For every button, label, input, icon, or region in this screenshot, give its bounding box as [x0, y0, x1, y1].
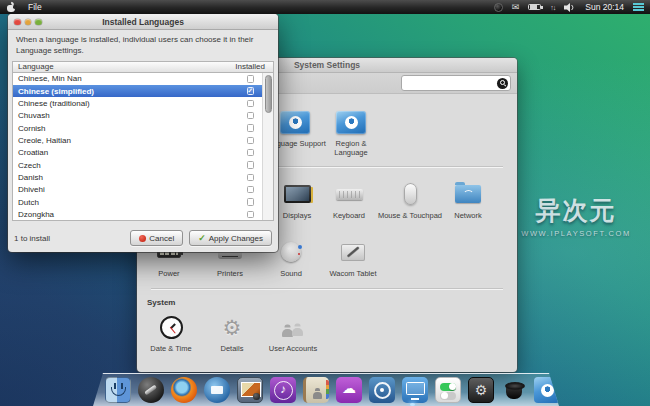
battery-icon[interactable] [528, 4, 541, 11]
settings-item-user-accounts[interactable]: User Accounts [260, 313, 326, 353]
installed-checkbox[interactable] [247, 112, 255, 120]
installed-checkbox[interactable] [247, 149, 255, 157]
close-icon[interactable] [14, 19, 21, 26]
cancel-button[interactable]: Cancel [130, 230, 183, 246]
language-list[interactable]: Chinese, Min NanChinese (simplified)✓Chi… [12, 73, 274, 221]
language-row[interactable]: Danish [13, 171, 273, 183]
minimize-icon[interactable] [25, 19, 32, 26]
installed-checkbox[interactable] [247, 75, 255, 83]
table-header: Language Installed [12, 61, 274, 73]
dock-item-toggles-app[interactable] [435, 377, 461, 403]
search-icon[interactable] [497, 78, 508, 89]
network-icon [455, 185, 481, 203]
dock [93, 373, 559, 406]
installed-checkbox[interactable] [247, 124, 255, 132]
dialog-titlebar[interactable]: Installed Languages [8, 14, 278, 30]
dock-item-language-support[interactable] [534, 377, 560, 403]
cancel-icon [139, 235, 146, 242]
language-name: Cornish [18, 124, 46, 133]
settings-item-region-language[interactable]: Region & Language [318, 108, 384, 158]
search-input[interactable] [401, 75, 511, 91]
dock-item-finder[interactable] [105, 377, 131, 403]
dock-item-packages-app[interactable] [369, 377, 395, 403]
mouse-icon [404, 183, 417, 205]
language-name: Danish [18, 173, 43, 182]
mail-icon[interactable]: ✉ [512, 3, 520, 12]
zoom-icon[interactable] [35, 19, 42, 26]
language-name: Dhivehi [18, 185, 45, 194]
sound-icon [281, 242, 301, 262]
installed-checkbox[interactable] [247, 174, 255, 182]
language-name: Chinese (simplified) [18, 87, 94, 96]
keyboard-icon [336, 189, 363, 200]
settings-window-title: System Settings [294, 60, 360, 70]
volume-icon[interactable] [564, 3, 576, 12]
installed-checkbox[interactable] [247, 161, 255, 169]
dock-item-system-utility[interactable] [468, 377, 494, 403]
installed-checkbox[interactable] [247, 137, 255, 145]
region-language-icon [336, 111, 366, 134]
language-name: Croatian [18, 148, 48, 157]
installed-checkbox[interactable] [247, 211, 255, 219]
dock-item-photos[interactable] [237, 377, 263, 403]
language-name: Chinese, Min Nan [18, 74, 82, 83]
dock-item-contacts[interactable] [303, 377, 329, 403]
language-name: Czech [18, 161, 41, 170]
dock-item-trash[interactable] [501, 377, 527, 403]
language-row[interactable]: Dzongkha [13, 208, 273, 220]
dialog-footer: 1 to install Cancel ✓ Apply Changes [8, 224, 278, 252]
wacom-tablet-icon [341, 244, 365, 261]
language-row[interactable]: Chinese (simplified)✓ [13, 85, 273, 97]
menu-bar: File ✉ ↑↓ Sun 20:14 [0, 0, 650, 14]
status-circle-icon[interactable] [494, 3, 503, 12]
watermark-title: 异次元 [512, 194, 640, 227]
installed-checkbox[interactable] [247, 100, 255, 108]
dock-item-music[interactable] [270, 377, 296, 403]
language-row[interactable]: Dutch [13, 196, 273, 208]
installed-checkbox[interactable]: ✓ [247, 87, 255, 95]
dock-item-firefox[interactable] [171, 377, 197, 403]
clock-icon [160, 316, 183, 339]
language-row[interactable]: Czech [13, 159, 273, 171]
menu-file[interactable]: File [28, 2, 42, 12]
apply-check-icon: ✓ [198, 234, 206, 243]
dock-item-thunderbird[interactable] [204, 377, 230, 403]
language-row[interactable]: Croatian [13, 147, 273, 159]
users-icon [280, 317, 306, 337]
settings-item-mouse-touchpad[interactable]: Mouse & Touchpad [377, 180, 443, 220]
language-row[interactable]: Cornish [13, 122, 273, 134]
window-controls [14, 19, 42, 26]
install-status: 1 to install [14, 234, 50, 243]
installed-checkbox[interactable] [247, 198, 255, 206]
language-row[interactable]: Creole, Haitian [13, 134, 273, 146]
system-section-header: System [147, 298, 175, 307]
language-row[interactable]: Dhivehi [13, 184, 273, 196]
settings-item-network[interactable]: Network [435, 180, 501, 220]
dock-item-rocket-app[interactable] [138, 377, 164, 403]
settings-item-date-time[interactable]: Date & Time [138, 313, 204, 353]
language-row[interactable]: Chuvash [13, 110, 273, 122]
dock-item-displays-app[interactable] [402, 377, 428, 403]
language-row[interactable]: Chinese, Min Nan [13, 73, 273, 85]
scrollbar-thumb[interactable] [265, 75, 272, 113]
menu-clock[interactable]: Sun 20:14 [585, 2, 624, 12]
column-language: Language [18, 62, 54, 71]
settings-item-keyboard[interactable]: Keyboard [316, 180, 382, 220]
installed-checkbox[interactable] [247, 186, 255, 194]
settings-item-wacom-tablet[interactable]: Wacom Tablet [320, 238, 386, 278]
displays-icon [284, 185, 311, 203]
watermark: 异次元 WWW.IPLAYSOFT.COM [512, 194, 640, 238]
apple-menu-icon[interactable] [6, 2, 16, 12]
settings-item-details[interactable]: Details [199, 313, 265, 353]
session-menu-icon[interactable] [633, 3, 644, 11]
scrollbar[interactable] [262, 73, 273, 220]
watermark-url: WWW.IPLAYSOFT.COM [512, 229, 640, 238]
language-row[interactable]: Chinese (traditional) [13, 97, 273, 109]
language-support-icon [280, 111, 310, 134]
language-name: Dzongkha [18, 210, 54, 219]
gear-icon [223, 313, 242, 341]
network-arrows-icon[interactable]: ↑↓ [550, 4, 555, 11]
language-name: Creole, Haitian [18, 136, 71, 145]
apply-changes-button[interactable]: ✓ Apply Changes [189, 230, 272, 246]
dock-item-cloud-app[interactable] [336, 377, 362, 403]
